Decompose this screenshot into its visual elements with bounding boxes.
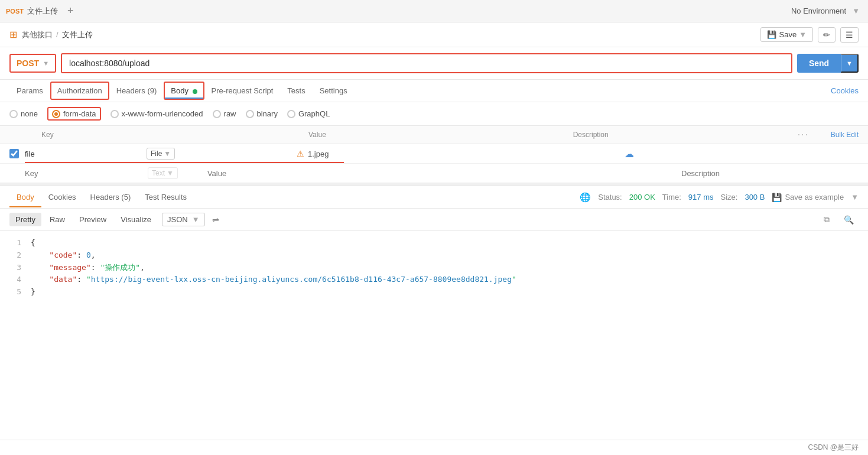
data-url-link[interactable]: https://big-event-lxx.oss-cn-beijing.ali… bbox=[91, 275, 512, 284]
method-select[interactable]: POST ▼ bbox=[9, 54, 56, 73]
environment-selector[interactable]: No Environment ▼ bbox=[791, 6, 862, 15]
method-arrow-icon: ▼ bbox=[43, 60, 49, 67]
kv-more-icon[interactable]: ··· bbox=[798, 129, 809, 140]
status-label: Status: bbox=[598, 193, 622, 202]
line-num-1: 1 bbox=[9, 237, 21, 249]
line-num-2: 2 bbox=[9, 249, 21, 262]
new-tab-button[interactable]: + bbox=[67, 5, 74, 17]
search-button[interactable]: 🔍 bbox=[839, 212, 859, 227]
save-label: Save bbox=[779, 30, 797, 39]
request-tabs-bar: Params Authorization Headers (9) Body Pr… bbox=[0, 80, 868, 102]
world-icon: 🌐 bbox=[580, 192, 591, 203]
new-type-arrow-icon: ▼ bbox=[167, 169, 174, 177]
env-label: No Environment bbox=[791, 6, 846, 15]
radio-graphql[interactable] bbox=[287, 110, 295, 118]
new-desc-input[interactable] bbox=[681, 169, 859, 178]
new-type-label: Text bbox=[152, 169, 165, 177]
response-tab-test-results[interactable]: Test Results bbox=[138, 187, 194, 207]
upload-icon[interactable]: ☁ bbox=[625, 148, 634, 160]
wrap-lines-button[interactable]: ⇌ bbox=[207, 213, 224, 227]
response-format-bar: Pretty Raw Preview Visualize JSON ▼ ⇌ ⧉ … bbox=[0, 209, 868, 231]
send-button[interactable]: Send bbox=[797, 54, 841, 73]
radio-binary[interactable] bbox=[246, 110, 254, 118]
fmt-tab-visualize[interactable]: Visualize bbox=[115, 213, 157, 226]
copy-icon: ⧉ bbox=[824, 214, 830, 224]
save-example-icon: 💾 bbox=[772, 193, 782, 202]
table-row: File ▼ ⚠ 1.jpeg ☁ bbox=[0, 144, 868, 164]
radio-form-data[interactable] bbox=[52, 110, 60, 118]
format-right-actions: ⧉ 🔍 bbox=[819, 212, 859, 227]
save-example-chevron-icon[interactable]: ▼ bbox=[851, 193, 859, 202]
kv-table-header: Key Value Description ··· Bulk Edit bbox=[0, 126, 868, 144]
doc-button[interactable]: ☰ bbox=[840, 27, 859, 43]
breadcrumb-actions: 💾 Save ▼ ✏ ☰ bbox=[760, 27, 859, 43]
response-tab-headers[interactable]: Headers (5) bbox=[83, 187, 138, 207]
save-button[interactable]: 💾 Save ▼ bbox=[760, 27, 813, 42]
option-raw[interactable]: raw bbox=[213, 109, 236, 118]
key-input[interactable] bbox=[25, 150, 143, 158]
key-cell: File ▼ bbox=[25, 148, 297, 160]
save-chevron-icon: ▼ bbox=[799, 30, 807, 39]
url-input[interactable] bbox=[61, 53, 792, 73]
edit-button[interactable]: ✏ bbox=[818, 27, 836, 43]
tab-params[interactable]: Params bbox=[9, 80, 50, 101]
json-format-select[interactable]: JSON ▼ bbox=[162, 213, 205, 226]
bulk-edit-button[interactable]: Bulk Edit bbox=[811, 131, 859, 139]
breadcrumb: ⊞ 其他接口 / 文件上传 💾 Save ▼ ✏ ☰ bbox=[0, 22, 868, 47]
line-content-1: { bbox=[31, 237, 35, 249]
tab-authorization[interactable]: Authorization bbox=[50, 82, 109, 100]
new-type-select[interactable]: Text ▼ bbox=[148, 167, 178, 179]
tab-settings[interactable]: Settings bbox=[313, 80, 355, 101]
breadcrumb-separator: / bbox=[56, 30, 58, 39]
fmt-tab-pretty[interactable]: Pretty bbox=[9, 213, 41, 226]
code-line-3: 3 "message": "操作成功", bbox=[9, 262, 859, 274]
option-form-data[interactable]: form-data bbox=[47, 107, 101, 121]
new-value-input[interactable] bbox=[207, 169, 669, 178]
send-dropdown-button[interactable]: ▼ bbox=[841, 54, 859, 73]
radio-none[interactable] bbox=[9, 110, 18, 118]
fmt-tab-raw[interactable]: Raw bbox=[44, 213, 71, 226]
code-line-2: 2 "code": 0, bbox=[9, 249, 859, 262]
type-label: File bbox=[151, 150, 162, 158]
cookies-link[interactable]: Cookies bbox=[831, 86, 859, 95]
response-tab-body[interactable]: Body bbox=[9, 187, 41, 207]
breadcrumb-icon: ⊞ bbox=[9, 29, 17, 40]
url-bar: POST ▼ Send ▼ bbox=[0, 47, 868, 80]
response-panel: Body Cookies Headers (5) Test Results 🌐 … bbox=[0, 186, 868, 304]
kv-value-header: Value bbox=[308, 131, 573, 139]
file-type-select[interactable]: File ▼ bbox=[147, 148, 175, 160]
breadcrumb-parent[interactable]: 其他接口 bbox=[22, 30, 53, 40]
time-value: 917 ms bbox=[688, 193, 714, 202]
tab-headers[interactable]: Headers (9) bbox=[109, 80, 164, 101]
radio-urlencoded[interactable] bbox=[110, 110, 119, 118]
option-graphql-label: GraphQL bbox=[298, 109, 330, 118]
tab-title: 文件上传 bbox=[27, 6, 58, 17]
option-form-data-label: form-data bbox=[63, 109, 96, 118]
tab-pre-request[interactable]: Pre-request Script bbox=[204, 80, 281, 101]
row-checkbox[interactable] bbox=[9, 149, 19, 158]
option-graphql[interactable]: GraphQL bbox=[287, 109, 330, 118]
save-as-example-button[interactable]: 💾 Save as example bbox=[772, 193, 844, 202]
option-urlencoded[interactable]: x-www-form-urlencoded bbox=[110, 109, 203, 118]
body-options: none form-data x-www-form-urlencoded raw… bbox=[0, 102, 868, 126]
option-none[interactable]: none bbox=[9, 109, 38, 118]
line-num-3: 3 bbox=[9, 262, 21, 274]
footer-credit: CSDN @是三好 bbox=[808, 443, 859, 451]
option-binary[interactable]: binary bbox=[246, 109, 278, 118]
body-dot-indicator bbox=[193, 89, 197, 94]
tab-tests[interactable]: Tests bbox=[280, 80, 312, 101]
copy-button[interactable]: ⧉ bbox=[819, 212, 834, 227]
doc-icon: ☰ bbox=[846, 30, 853, 40]
response-tab-cookies[interactable]: Cookies bbox=[41, 187, 83, 207]
line-num-5: 5 bbox=[9, 286, 21, 298]
value-cell: ⚠ 1.jpeg ☁ bbox=[297, 148, 634, 160]
line-content-3: "message": "操作成功", bbox=[31, 262, 145, 274]
kv-key-header: Key bbox=[25, 131, 308, 139]
code-line-4: 4 "data": "https://big-event-lxx.oss-cn-… bbox=[9, 274, 859, 286]
option-none-label: none bbox=[21, 109, 38, 118]
fmt-tab-preview[interactable]: Preview bbox=[73, 213, 112, 226]
send-dropdown-icon: ▼ bbox=[846, 60, 853, 67]
radio-raw[interactable] bbox=[213, 110, 221, 118]
new-key-input[interactable] bbox=[25, 169, 143, 178]
tab-body[interactable]: Body bbox=[164, 82, 204, 100]
